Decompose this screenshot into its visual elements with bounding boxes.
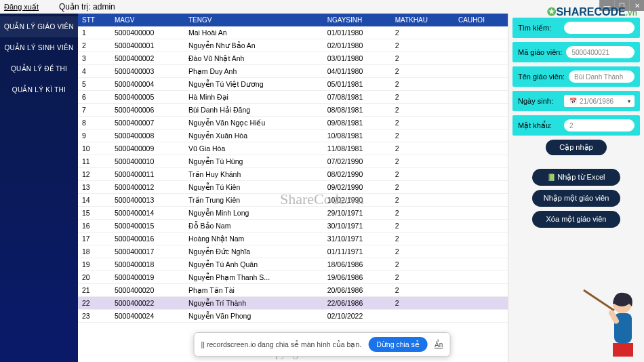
cell-magv: 5000400006 [110,104,184,117]
search-input[interactable] [564,22,635,34]
table-row[interactable]: 25000400001Nguyễn Như Bảo An02/01/19802 [78,39,508,52]
screen-share-toast: || recordscreen.io đang chia sẻ màn hình… [194,332,451,357]
mk-label: Mật khẩu: [518,121,560,130]
cell-ns: 03/01/1980 [323,52,391,65]
cell-stt: 2 [78,39,110,52]
cell-stt: 3 [78,52,110,65]
cell-mk: 2 [391,91,454,104]
cell-tengv: Bùi Danh Hải Đăng [184,104,323,117]
table-row[interactable]: 125000400011Trần Huy Khánh08/02/19902 [78,168,508,181]
column-header[interactable]: TENGV [184,14,323,26]
table-row[interactable]: 85000400007Nguyễn Văn Ngọc Hiếu09/08/198… [78,117,508,129]
cell-tengv: Nguyễn Tú Anh Quân [184,258,323,271]
cell-magv: 5000400019 [110,271,184,284]
table-row[interactable]: 185000400017Nguyễn Đức Nghĩa01/11/19712 [78,245,508,258]
cell-ns: 01/01/1980 [323,26,391,39]
cell-stt: 20 [78,271,110,284]
add-teacher-button[interactable]: Nhập một giáo viên [532,190,620,207]
cell-mk: 2 [391,284,454,297]
table-row[interactable]: 15000400000Mai Hoài An01/01/19802 [78,26,508,39]
cell-ns: 02/01/1980 [323,39,391,52]
cell-mk: 2 [391,52,454,65]
table-row[interactable]: 155000400014Nguyễn Minh Long29/10/19712 [78,207,508,220]
cell-tengv: Vũ Gia Hòa [184,142,323,155]
sidebar-item-2[interactable]: QUẢN LÝ ĐỀ THI [0,58,78,79]
import-excel-button[interactable]: Nhập từ Excel [532,169,620,186]
cell-ns: 19/06/1986 [323,271,391,284]
table-row[interactable]: 215000400020Phạm Tấn Tài20/06/19862 [78,284,508,297]
table-row[interactable]: 175000400016Hoàng Nhật Nam31/10/19712 [78,233,508,245]
table-row[interactable]: 115000400010Nguyễn Tú Hùng07/02/19902 [78,155,508,168]
cell-mk: 2 [391,271,454,284]
ns-value: 21/06/1986 [580,98,613,105]
tengv-input[interactable]: Bùi Danh Thành [569,71,635,83]
update-button[interactable]: Cập nhập [546,140,607,155]
column-header[interactable]: NGAYSINH [323,14,391,26]
cell-magv: 5000400009 [110,142,184,155]
sidebar-item-3[interactable]: QUẢN LÝ KÌ THI [0,79,78,100]
table-row[interactable]: 65000400005Hà Minh Đại07/08/19812 [78,91,508,104]
cell-tengv: Trần Huy Khánh [184,168,323,181]
cell-magv: 5000400005 [110,91,184,104]
cell-ch [454,207,508,220]
cell-ns: 29/10/1971 [323,207,391,220]
sidebar-item-0[interactable]: QUẢN LÝ GIÁO VIÊN [0,16,78,37]
stop-sharing-button[interactable]: Dừng chia sẻ [368,337,428,352]
cell-magv: 5000400022 [110,297,184,310]
cell-ns: 04/01/1980 [323,65,391,78]
delete-teacher-button[interactable]: Xóa một giáo viên [532,211,620,228]
table-row[interactable]: 75000400006Bùi Danh Hải Đăng08/08/19812 [78,104,508,117]
sidebar-item-1[interactable]: QUẢN LÝ SINH VIÊN [0,37,78,58]
cell-ns: 18/06/1986 [323,258,391,271]
logout-link[interactable]: Đăng xuất [4,3,39,12]
svg-line-0 [584,290,614,310]
admin-info: Quản trị: admin [59,2,115,12]
table-row[interactable]: 205000400019Nguyễn Phạm Thanh S...19/06/… [78,271,508,284]
cell-ch [454,284,508,297]
table-row[interactable]: 135000400012Nguyễn Tú Kiên09/02/19902 [78,181,508,194]
column-header[interactable]: CAUHOI [454,14,508,26]
cell-magv: 5000400015 [110,220,184,233]
table-row[interactable]: 235000400024Nguyễn Văn Phong02/10/2022 [78,310,508,323]
tengv-row: Tên giáo viên: Bùi Danh Thành [512,66,640,87]
cell-stt: 8 [78,117,110,129]
cell-ch [454,39,508,52]
table-row[interactable]: 55000400004Nguyễn Tú Việt Dương05/01/198… [78,78,508,91]
cell-stt: 9 [78,129,110,142]
table-row[interactable]: 45000400003Phạm Duy Anh04/01/19802 [78,65,508,78]
cell-ns: 08/02/1990 [323,168,391,181]
table-row[interactable]: 145000400013Trần Trung Kiên10/02/19902 [78,194,508,207]
table-row[interactable]: 105000400009Vũ Gia Hòa11/08/19812 [78,142,508,155]
cell-ch [454,220,508,233]
table-row[interactable]: 35000400002Đào Vũ Nhật Anh03/01/19802 [78,52,508,65]
column-header[interactable]: STT [78,14,110,26]
calendar-icon: 📅 [569,98,577,104]
magv-input[interactable]: 5000400021 [566,46,635,58]
column-header[interactable]: MATKHAU [391,14,454,26]
sharecode-logo: ✪SHARECODE.vn [547,5,637,18]
mk-input[interactable]: 2 [564,119,635,132]
cell-ns: 07/02/1990 [323,155,391,168]
table-row[interactable]: 165000400015Đỗ Bảo Nam30/10/19712 [78,220,508,233]
table-row[interactable]: 195000400018Nguyễn Tú Anh Quân18/06/1986… [78,258,508,271]
cell-stt: 15 [78,207,110,220]
cell-mk: 2 [391,168,454,181]
cell-stt: 23 [78,310,110,323]
cell-ch [454,52,508,65]
cell-mk: 2 [391,258,454,271]
table-row[interactable]: 225000400022Nguyễn Trí Thành22/06/19862 [78,297,508,310]
cell-ch [454,26,508,39]
cell-mk: 2 [391,207,454,220]
hide-toast-link[interactable]: Ẩn [435,341,443,348]
magv-label: Mã giáo viên: [518,48,562,56]
cell-mk: 2 [391,181,454,194]
cell-magv: 5000400004 [110,78,184,91]
cell-ns: 10/08/1981 [323,129,391,142]
ns-datepicker[interactable]: 📅 21/06/1986 ▾ [564,95,635,107]
column-header[interactable]: MAGV [110,14,184,26]
cell-mk: 2 [391,39,454,52]
teacher-table[interactable]: STTMAGVTENGVNGAYSINHMATKHAUCAUHOI 150004… [78,14,508,323]
cell-ch [454,310,508,323]
cell-tengv: Trần Trung Kiên [184,194,323,207]
table-row[interactable]: 95000400008Nguyễn Xuân Hòa10/08/19812 [78,129,508,142]
